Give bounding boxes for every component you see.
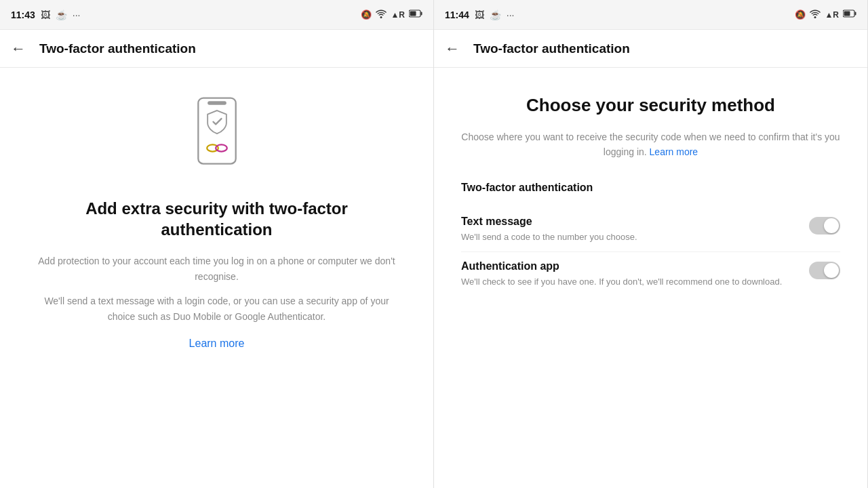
svg-rect-10 (855, 12, 856, 16)
svg-rect-3 (410, 12, 416, 16)
right-signal-icon: ▲R (825, 10, 839, 20)
text-message-label: Text message (461, 216, 795, 228)
left-coffee-icon: ☕ (56, 9, 67, 20)
right-status-bar: 11:44 🖼 ☕ ··· 🔕 ▲R (434, 0, 867, 30)
left-mute-icon: 🔕 (361, 9, 372, 20)
left-paragraph1: Add protection to your account each time… (34, 253, 399, 284)
left-status-left: 11:43 🖼 ☕ ··· (11, 9, 80, 20)
auth-app-desc: We'll check to see if you have one. If y… (461, 275, 795, 289)
svg-point-8 (814, 16, 816, 18)
left-status-bar: 11:43 🖼 ☕ ··· 🔕 ▲R (0, 0, 433, 30)
right-mute-icon: 🔕 (795, 9, 806, 20)
left-photo-icon: 🖼 (41, 9, 50, 20)
security-description: Choose where you want to receive the sec… (461, 129, 840, 160)
left-time: 11:43 (11, 9, 35, 20)
right-status-right: 🔕 ▲R (795, 9, 856, 20)
right-page-title: Two-factor authentication (473, 41, 630, 56)
right-main-content: Choose your security method Choose where… (434, 68, 867, 488)
text-message-content: Text message We'll send a code to the nu… (461, 216, 809, 244)
svg-rect-4 (198, 98, 235, 164)
left-battery-icon (409, 9, 422, 20)
auth-app-label: Authentication app (461, 260, 795, 272)
auth-app-toggle[interactable] (809, 262, 840, 279)
right-more-icon: ··· (507, 9, 515, 20)
left-paragraph2: We'll send a text message with a login c… (34, 293, 399, 324)
right-status-left: 11:44 🖼 ☕ ··· (445, 9, 514, 20)
auth-app-row: Authentication app We'll check to see if… (461, 252, 840, 297)
left-page-title: Two-factor authentication (39, 41, 196, 56)
left-heading: Add extra security with two-factor authe… (34, 198, 399, 240)
text-message-desc: We'll send a code to the number you choo… (461, 230, 795, 244)
right-wifi-icon (810, 9, 821, 20)
right-back-button[interactable]: ← (445, 41, 460, 56)
left-learn-more-link[interactable]: Learn more (189, 338, 245, 350)
svg-rect-5 (208, 101, 226, 105)
left-more-icon: ··· (73, 9, 81, 20)
left-wifi-icon (376, 9, 387, 20)
right-phone-panel: 11:44 🖼 ☕ ··· 🔕 ▲R (434, 0, 868, 488)
2fa-section-label: Two-factor authentication (461, 182, 840, 194)
phone-illustration (183, 95, 251, 176)
left-top-bar: ← Two-factor authentication (0, 30, 433, 68)
right-coffee-icon: ☕ (490, 9, 501, 20)
right-photo-icon: 🖼 (475, 9, 484, 20)
left-signal-icon: ▲R (391, 10, 405, 20)
right-learn-more-link[interactable]: Learn more (650, 146, 698, 157)
svg-rect-11 (844, 12, 850, 16)
right-time: 11:44 (445, 9, 469, 20)
right-battery-icon (843, 9, 856, 20)
right-top-bar: ← Two-factor authentication (434, 30, 867, 68)
auth-app-content: Authentication app We'll check to see if… (461, 260, 809, 289)
security-method-title: Choose your security method (461, 95, 840, 116)
svg-point-7 (216, 144, 227, 151)
left-back-button[interactable]: ← (11, 41, 26, 56)
left-status-right: 🔕 ▲R (361, 9, 422, 20)
svg-point-0 (380, 16, 382, 18)
svg-rect-2 (421, 12, 422, 16)
left-phone-panel: 11:43 🖼 ☕ ··· 🔕 ▲R (0, 0, 434, 488)
text-message-row: Text message We'll send a code to the nu… (461, 207, 840, 253)
left-main-content: Add extra security with two-factor authe… (0, 68, 433, 488)
text-message-toggle[interactable] (809, 217, 840, 235)
